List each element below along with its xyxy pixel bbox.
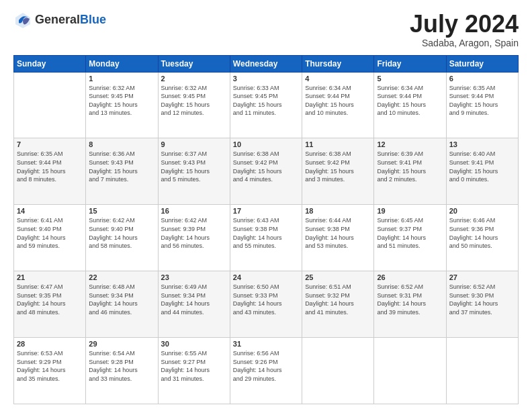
day-number: 12: [377, 140, 443, 148]
table-row: 17Sunrise: 6:43 AM Sunset: 9:38 PM Dayli…: [230, 205, 302, 271]
day-info: Sunrise: 6:39 AM Sunset: 9:41 PM Dayligh…: [377, 150, 443, 183]
table-row: 8Sunrise: 6:36 AM Sunset: 9:43 PM Daylig…: [86, 138, 158, 205]
table-row: 4Sunrise: 6:34 AM Sunset: 9:44 PM Daylig…: [302, 72, 374, 138]
table-row: [302, 338, 374, 404]
day-info: Sunrise: 6:44 AM Sunset: 9:38 PM Dayligh…: [305, 216, 371, 250]
day-number: 5: [377, 75, 443, 83]
day-info: Sunrise: 6:42 AM Sunset: 9:40 PM Dayligh…: [89, 216, 154, 250]
table-row: 28Sunrise: 6:53 AM Sunset: 9:29 PM Dayli…: [14, 338, 86, 404]
day-info: Sunrise: 6:35 AM Sunset: 9:44 PM Dayligh…: [449, 84, 515, 118]
table-row: 16Sunrise: 6:42 AM Sunset: 9:39 PM Dayli…: [158, 205, 230, 271]
day-info: Sunrise: 6:47 AM Sunset: 9:35 PM Dayligh…: [17, 283, 83, 316]
day-number: 29: [89, 340, 154, 348]
day-number: 7: [17, 140, 83, 148]
table-row: 30Sunrise: 6:55 AM Sunset: 9:27 PM Dayli…: [158, 338, 230, 404]
col-thursday: Thursday: [302, 55, 374, 72]
day-info: Sunrise: 6:45 AM Sunset: 9:37 PM Dayligh…: [377, 216, 443, 250]
day-info: Sunrise: 6:48 AM Sunset: 9:34 PM Dayligh…: [89, 283, 154, 316]
col-sunday: Sunday: [14, 55, 86, 72]
logo-text: GeneralBlue: [35, 13, 106, 27]
day-info: Sunrise: 6:52 AM Sunset: 9:31 PM Dayligh…: [377, 283, 443, 316]
calendar-week-row: 14Sunrise: 6:41 AM Sunset: 9:40 PM Dayli…: [14, 205, 519, 271]
table-row: 14Sunrise: 6:41 AM Sunset: 9:40 PM Dayli…: [14, 205, 86, 271]
page: GeneralBlue July 2024 Sadaba, Aragon, Sp…: [0, 0, 532, 411]
day-info: Sunrise: 6:53 AM Sunset: 9:29 PM Dayligh…: [17, 349, 83, 383]
table-row: 21Sunrise: 6:47 AM Sunset: 9:35 PM Dayli…: [14, 271, 86, 338]
logo-blue: Blue: [80, 13, 106, 27]
col-friday: Friday: [374, 55, 446, 72]
day-number: 19: [377, 207, 443, 215]
day-number: 24: [233, 273, 299, 281]
day-info: Sunrise: 6:34 AM Sunset: 9:44 PM Dayligh…: [305, 84, 371, 118]
logo-icon: [13, 11, 32, 30]
logo: GeneralBlue: [13, 11, 106, 30]
table-row: 11Sunrise: 6:38 AM Sunset: 9:42 PM Dayli…: [302, 138, 374, 205]
table-row: 27Sunrise: 6:52 AM Sunset: 9:30 PM Dayli…: [446, 271, 518, 338]
table-row: 19Sunrise: 6:45 AM Sunset: 9:37 PM Dayli…: [374, 205, 446, 271]
day-number: 11: [305, 140, 371, 148]
day-info: Sunrise: 6:49 AM Sunset: 9:34 PM Dayligh…: [161, 283, 227, 316]
calendar-header-row: Sunday Monday Tuesday Wednesday Thursday…: [14, 55, 519, 72]
day-number: 21: [17, 273, 83, 281]
day-number: 20: [449, 207, 515, 215]
table-row: 1Sunrise: 6:32 AM Sunset: 9:45 PM Daylig…: [86, 72, 158, 138]
day-info: Sunrise: 6:43 AM Sunset: 9:38 PM Dayligh…: [233, 216, 299, 250]
table-row: 2Sunrise: 6:32 AM Sunset: 9:45 PM Daylig…: [158, 72, 230, 138]
day-info: Sunrise: 6:32 AM Sunset: 9:45 PM Dayligh…: [161, 84, 227, 118]
day-number: 23: [161, 273, 227, 281]
day-info: Sunrise: 6:33 AM Sunset: 9:45 PM Dayligh…: [233, 84, 299, 118]
day-info: Sunrise: 6:50 AM Sunset: 9:33 PM Dayligh…: [233, 283, 299, 316]
table-row: [446, 338, 518, 404]
day-number: 2: [161, 75, 227, 83]
title-block: July 2024 Sadaba, Aragon, Spain: [410, 11, 519, 48]
table-row: 9Sunrise: 6:37 AM Sunset: 9:43 PM Daylig…: [158, 138, 230, 205]
day-info: Sunrise: 6:52 AM Sunset: 9:30 PM Dayligh…: [449, 283, 515, 316]
day-info: Sunrise: 6:41 AM Sunset: 9:40 PM Dayligh…: [17, 216, 83, 250]
table-row: 12Sunrise: 6:39 AM Sunset: 9:41 PM Dayli…: [374, 138, 446, 205]
day-info: Sunrise: 6:40 AM Sunset: 9:41 PM Dayligh…: [449, 150, 515, 183]
day-info: Sunrise: 6:38 AM Sunset: 9:42 PM Dayligh…: [233, 150, 299, 183]
day-number: 15: [89, 207, 154, 215]
day-number: 28: [17, 340, 83, 348]
day-number: 1: [89, 75, 154, 83]
day-number: 9: [161, 140, 227, 148]
day-number: 8: [89, 140, 154, 148]
day-info: Sunrise: 6:56 AM Sunset: 9:26 PM Dayligh…: [233, 349, 299, 383]
col-monday: Monday: [86, 55, 158, 72]
col-saturday: Saturday: [446, 55, 518, 72]
day-number: 3: [233, 75, 299, 83]
calendar-week-row: 28Sunrise: 6:53 AM Sunset: 9:29 PM Dayli…: [14, 338, 519, 404]
day-number: 25: [305, 273, 371, 281]
col-tuesday: Tuesday: [158, 55, 230, 72]
day-number: 17: [233, 207, 299, 215]
day-info: Sunrise: 6:51 AM Sunset: 9:32 PM Dayligh…: [305, 283, 371, 316]
day-number: 10: [233, 140, 299, 148]
day-number: 26: [377, 273, 443, 281]
table-row: 29Sunrise: 6:54 AM Sunset: 9:28 PM Dayli…: [86, 338, 158, 404]
day-number: 13: [449, 140, 515, 148]
table-row: 20Sunrise: 6:46 AM Sunset: 9:36 PM Dayli…: [446, 205, 518, 271]
table-row: 31Sunrise: 6:56 AM Sunset: 9:26 PM Dayli…: [230, 338, 302, 404]
table-row: 13Sunrise: 6:40 AM Sunset: 9:41 PM Dayli…: [446, 138, 518, 205]
day-number: 27: [449, 273, 515, 281]
table-row: 5Sunrise: 6:34 AM Sunset: 9:44 PM Daylig…: [374, 72, 446, 138]
table-row: [374, 338, 446, 404]
day-info: Sunrise: 6:34 AM Sunset: 9:44 PM Dayligh…: [377, 84, 443, 118]
day-number: 30: [161, 340, 227, 348]
calendar-week-row: 21Sunrise: 6:47 AM Sunset: 9:35 PM Dayli…: [14, 271, 519, 338]
day-info: Sunrise: 6:42 AM Sunset: 9:39 PM Dayligh…: [161, 216, 227, 250]
header: GeneralBlue July 2024 Sadaba, Aragon, Sp…: [13, 11, 519, 48]
calendar-table: Sunday Monday Tuesday Wednesday Thursday…: [13, 55, 519, 404]
table-row: 7Sunrise: 6:35 AM Sunset: 9:44 PM Daylig…: [14, 138, 86, 205]
table-row: 22Sunrise: 6:48 AM Sunset: 9:34 PM Dayli…: [86, 271, 158, 338]
day-info: Sunrise: 6:46 AM Sunset: 9:36 PM Dayligh…: [449, 216, 515, 250]
calendar-week-row: 7Sunrise: 6:35 AM Sunset: 9:44 PM Daylig…: [14, 138, 519, 205]
table-row: 25Sunrise: 6:51 AM Sunset: 9:32 PM Dayli…: [302, 271, 374, 338]
calendar-week-row: 1Sunrise: 6:32 AM Sunset: 9:45 PM Daylig…: [14, 72, 519, 138]
day-info: Sunrise: 6:55 AM Sunset: 9:27 PM Dayligh…: [161, 349, 227, 383]
day-info: Sunrise: 6:32 AM Sunset: 9:45 PM Dayligh…: [89, 84, 154, 118]
day-info: Sunrise: 6:36 AM Sunset: 9:43 PM Dayligh…: [89, 150, 154, 183]
table-row: 3Sunrise: 6:33 AM Sunset: 9:45 PM Daylig…: [230, 72, 302, 138]
col-wednesday: Wednesday: [230, 55, 302, 72]
month-title: July 2024: [410, 11, 519, 38]
